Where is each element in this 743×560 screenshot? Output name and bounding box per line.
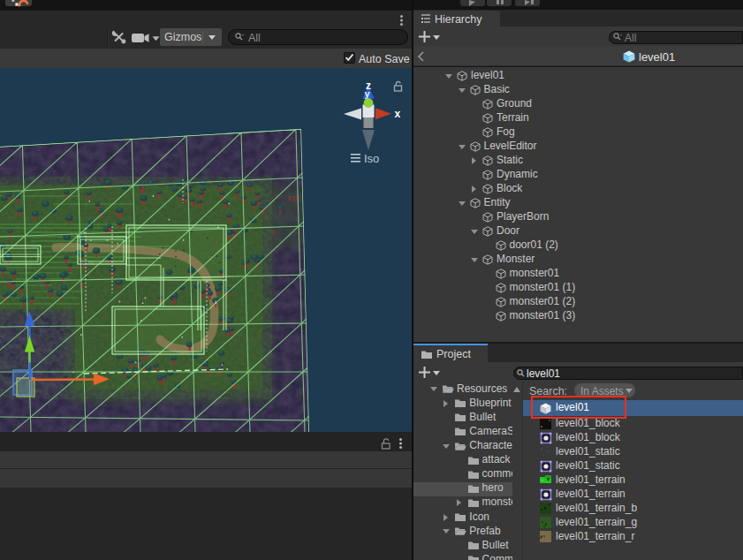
svg-text:x: x — [395, 108, 401, 120]
svg-text:Iso: Iso — [364, 152, 379, 165]
svg-text:y: y — [365, 88, 371, 99]
